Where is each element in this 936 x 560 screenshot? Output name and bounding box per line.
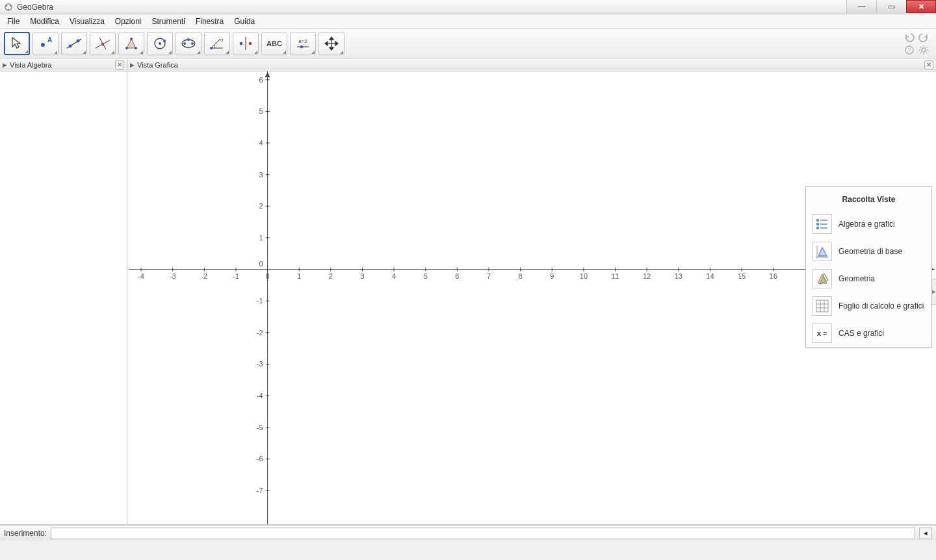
text-tool[interactable]: ABC bbox=[261, 32, 287, 55]
menu-finestra[interactable]: Finestra bbox=[191, 16, 228, 27]
algebra-panel-close[interactable]: ✕ bbox=[115, 60, 124, 70]
svg-text:ABC: ABC bbox=[266, 40, 282, 47]
cas-icon: x= bbox=[812, 324, 832, 343]
svg-text:3: 3 bbox=[360, 272, 364, 280]
close-button[interactable]: ✕ bbox=[906, 0, 936, 13]
menu-bar: FileModificaVisualizzaOpzioniStrumentiFi… bbox=[0, 14, 936, 29]
input-bar: Inserimento: ◂ bbox=[0, 525, 936, 541]
svg-line-45 bbox=[920, 47, 921, 47]
svg-text:-7: -7 bbox=[257, 487, 263, 494]
svg-text:-4: -4 bbox=[257, 392, 263, 400]
list-icon bbox=[812, 214, 832, 234]
chevron-right-icon: ▶ bbox=[130, 62, 135, 68]
svg-text:6: 6 bbox=[259, 76, 263, 84]
svg-text:5: 5 bbox=[259, 107, 263, 115]
move-view-tool[interactable] bbox=[318, 32, 344, 55]
line-tool[interactable] bbox=[61, 32, 87, 55]
perpendicular-tool[interactable] bbox=[90, 32, 116, 55]
svg-text:6: 6 bbox=[455, 272, 459, 280]
svg-text:-3: -3 bbox=[257, 360, 263, 368]
graphics-panel-header[interactable]: ▶ Vista Grafica ✕ bbox=[127, 58, 936, 71]
svg-text:x: x bbox=[817, 329, 822, 337]
svg-point-23 bbox=[210, 47, 213, 49]
menu-modifica[interactable]: Modifica bbox=[25, 16, 64, 27]
angle-tool[interactable]: α bbox=[204, 32, 230, 55]
polygon-tool[interactable] bbox=[118, 32, 144, 55]
views-item-label: Geometria bbox=[838, 274, 875, 283]
reflect-tool[interactable] bbox=[233, 32, 259, 55]
menu-strumenti[interactable]: Strumenti bbox=[148, 16, 190, 27]
svg-point-4 bbox=[41, 43, 45, 47]
svg-text:2: 2 bbox=[329, 272, 333, 280]
point-tool[interactable]: A bbox=[32, 32, 58, 55]
svg-marker-130 bbox=[818, 248, 827, 256]
svg-text:=: = bbox=[823, 329, 827, 337]
grid-icon bbox=[812, 296, 832, 316]
svg-point-13 bbox=[125, 47, 128, 49]
views-item-3[interactable]: Foglio di calcolo e grafici bbox=[806, 292, 931, 320]
svg-point-15 bbox=[130, 38, 133, 40]
slider-tool[interactable]: a=2 bbox=[290, 32, 316, 55]
svg-text:5: 5 bbox=[424, 272, 428, 280]
svg-text:16: 16 bbox=[770, 272, 777, 280]
svg-point-26 bbox=[240, 42, 243, 45]
views-item-4[interactable]: x=CAS e grafici bbox=[806, 320, 931, 347]
svg-point-122 bbox=[817, 220, 819, 222]
menu-visualizza[interactable]: Visualizza bbox=[65, 16, 109, 27]
svg-marker-36 bbox=[325, 42, 328, 45]
input-field[interactable] bbox=[51, 528, 915, 539]
triangle-multi-icon bbox=[812, 269, 832, 288]
undo-icon[interactable] bbox=[904, 31, 915, 43]
conic-tool[interactable] bbox=[176, 32, 202, 55]
minimize-button[interactable]: — bbox=[846, 0, 876, 13]
views-item-0[interactable]: Algebra e grafici bbox=[806, 210, 931, 238]
svg-text:8: 8 bbox=[519, 272, 523, 280]
svg-point-31 bbox=[300, 45, 304, 48]
algebra-panel: ▶ Vista Algebra ✕ bbox=[0, 58, 127, 524]
svg-text:-3: -3 bbox=[170, 272, 176, 280]
svg-point-11 bbox=[101, 42, 104, 45]
window-title: GeoGebra bbox=[17, 3, 53, 12]
svg-text:7: 7 bbox=[487, 272, 491, 280]
app-icon bbox=[4, 3, 13, 12]
svg-text:-2: -2 bbox=[201, 272, 207, 280]
toolbar-right: ? bbox=[904, 31, 932, 56]
svg-text:α: α bbox=[220, 37, 224, 43]
graphics-panel-close[interactable]: ✕ bbox=[924, 60, 933, 70]
svg-point-17 bbox=[159, 42, 161, 45]
move-tool[interactable] bbox=[4, 32, 30, 55]
svg-text:12: 12 bbox=[643, 272, 651, 280]
redo-icon[interactable] bbox=[918, 31, 930, 43]
menu-guida[interactable]: Guida bbox=[229, 16, 259, 27]
svg-text:2: 2 bbox=[259, 202, 263, 210]
views-item-label: Geometria di base bbox=[838, 247, 902, 256]
svg-text:a=2: a=2 bbox=[298, 38, 307, 44]
views-item-label: Foglio di calcolo e grafici bbox=[838, 301, 924, 311]
help-icon[interactable]: ? bbox=[904, 44, 915, 56]
svg-point-7 bbox=[69, 44, 72, 47]
svg-text:13: 13 bbox=[675, 272, 682, 280]
svg-line-48 bbox=[926, 47, 927, 47]
settings-icon[interactable] bbox=[918, 44, 930, 56]
svg-text:A: A bbox=[47, 36, 52, 44]
svg-point-124 bbox=[817, 223, 819, 225]
circle-tool[interactable] bbox=[147, 32, 173, 55]
svg-text:-6: -6 bbox=[257, 455, 263, 463]
maximize-button[interactable]: ▭ bbox=[876, 0, 906, 13]
input-helper-button[interactable]: ◂ bbox=[919, 528, 932, 539]
algebra-panel-header[interactable]: ▶ Vista Algebra ✕ bbox=[0, 58, 127, 71]
svg-marker-12 bbox=[127, 39, 136, 48]
views-item-2[interactable]: Geometria bbox=[806, 265, 931, 292]
tool-group: AαABCa=2 bbox=[4, 32, 344, 55]
main-panels: ▶ Vista Algebra ✕ ▶ Vista Grafica ✕ -4-3… bbox=[0, 58, 936, 525]
menu-opzioni[interactable]: Opzioni bbox=[110, 16, 146, 27]
toolbar: AαABCa=2 ? bbox=[0, 29, 936, 58]
svg-point-14 bbox=[135, 47, 137, 49]
menu-file[interactable]: File bbox=[3, 16, 24, 27]
svg-text:?: ? bbox=[907, 47, 911, 53]
views-item-1[interactable]: Geometria di base bbox=[806, 238, 931, 265]
svg-line-46 bbox=[926, 52, 927, 53]
graphics-panel: ▶ Vista Grafica ✕ -4-3-2-101234567891011… bbox=[127, 58, 936, 524]
views-collection-title: Raccolta Viste bbox=[806, 187, 931, 210]
svg-text:1: 1 bbox=[259, 234, 263, 242]
